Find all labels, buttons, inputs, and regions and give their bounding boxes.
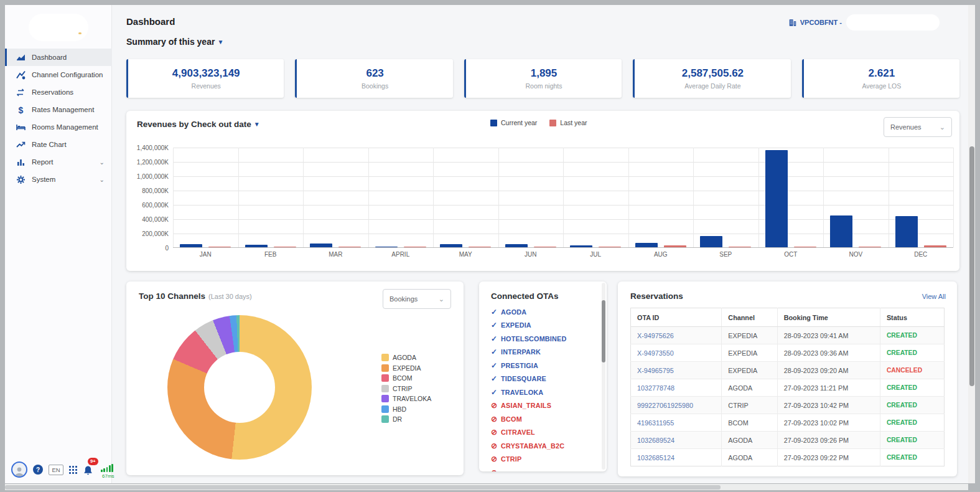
column-header-status[interactable]: Status xyxy=(880,308,944,327)
cell-ota-id[interactable]: X-94973550 xyxy=(631,344,722,362)
table-row[interactable]: 1032689524AGODA27-09-2023 09:26 PMCREATE… xyxy=(631,432,945,449)
otas-list: ✓AGODA✓EXPEDIA✓HOTELSCOMBINED✓INTERPARK✓… xyxy=(491,308,597,471)
ota-item-interpark[interactable]: ✓INTERPARK xyxy=(491,348,597,356)
vertical-scrollbar[interactable] xyxy=(968,5,975,483)
sidebar-item-dashboard[interactable]: Dashboard xyxy=(5,49,112,66)
table-row[interactable]: X-94975626EXPEDIA28-09-2023 09:41 AMCREA… xyxy=(631,327,945,344)
vertical-scrollbar-thumb[interactable] xyxy=(969,146,974,386)
bar-last-year xyxy=(469,247,491,248)
language-selector[interactable]: EN xyxy=(49,465,63,475)
ota-item-agoda[interactable]: ✓AGODA xyxy=(491,308,597,316)
donut-legend-item-expedia: EXPEDIA xyxy=(381,364,431,372)
notification-badge: 9+ xyxy=(88,458,98,465)
user-avatar[interactable] xyxy=(11,461,27,478)
bar-last-year xyxy=(338,247,361,248)
ota-item-expedia[interactable]: ✓EXPEDIA xyxy=(491,321,597,329)
horizontal-scrollbar[interactable] xyxy=(5,484,968,490)
sidebar-item-rooms-management[interactable]: Rooms Management xyxy=(5,118,112,136)
bar-chart-icon xyxy=(16,157,26,167)
chevron-down-icon: ⌄ xyxy=(439,295,444,303)
ota-item-prestigia[interactable]: ✓PRESTIGIA xyxy=(491,361,597,369)
sidebar-item-reservations[interactable]: Reservations xyxy=(5,83,112,101)
column-header-channel[interactable]: Channel xyxy=(722,308,777,327)
ota-item-hotelscombined[interactable]: ✓HOTELSCOMBINED xyxy=(491,334,597,343)
revenue-chart-title[interactable]: Revenues by Check out date▼ xyxy=(137,120,260,129)
column-header-booking-time[interactable]: Booking Time xyxy=(777,308,880,327)
cell-ota-id[interactable]: 4196311955 xyxy=(631,414,722,432)
sidebar-item-label: Report xyxy=(32,158,54,166)
period-selector[interactable]: Summary of this year▼ xyxy=(126,37,223,47)
caret-down-icon: ▼ xyxy=(217,39,223,45)
cell-ota-id[interactable]: X-94975626 xyxy=(631,327,722,344)
blocked-icon: ⊘ xyxy=(491,402,497,409)
y-axis-tick: 600,000K xyxy=(142,202,169,209)
channels-metric-select[interactable]: Bookings ⌄ xyxy=(383,289,451,309)
blocked-icon: ⊘ xyxy=(491,415,497,423)
person-icon xyxy=(14,465,25,476)
cell-booking-time: 27-09-2023 11:21 PM xyxy=(777,379,880,397)
sidebar-item-channel-configuration[interactable]: Channel Configuration xyxy=(5,66,112,83)
app-window: DashboardChannel ConfigurationReservatio… xyxy=(5,5,968,483)
kpi-card-average-daily-rate: 2,587,505.62Average Daily Rate xyxy=(633,59,790,98)
metric-select[interactable]: Revenues ⌄ xyxy=(884,117,952,137)
main-content: Dashboard VPCOBFNT - Summary of this yea… xyxy=(112,5,968,483)
bar-current-year xyxy=(765,150,788,247)
legend-label: Last year xyxy=(560,119,587,126)
reservations-table: OTA IDChannelBooking TimeStatus X-949756… xyxy=(630,308,945,466)
bar-group-nov xyxy=(823,148,889,247)
ota-item-ctrip[interactable]: ⊘CTRIP xyxy=(491,455,597,463)
sidebar-menu: DashboardChannel ConfigurationReservatio… xyxy=(5,49,112,188)
ota-item-tidesquare[interactable]: ✓TIDESQUARE xyxy=(491,375,597,383)
reservations-card: Reservations View All OTA IDChannelBooki… xyxy=(618,281,957,476)
cell-ota-id[interactable]: 1032685124 xyxy=(631,449,722,466)
page-title: Dashboard xyxy=(126,16,175,27)
bar-current-year xyxy=(505,244,528,247)
apps-grid-icon[interactable] xyxy=(69,466,77,474)
legend-label: TRAVELOKA xyxy=(393,395,431,402)
cell-ota-id[interactable]: 999227061925980 xyxy=(631,397,722,414)
ota-item-bcom[interactable]: ⊘BCOM xyxy=(491,415,597,423)
ota-item-crystabaya_b2c[interactable]: ⊘CRYSTABAYA_B2C xyxy=(491,442,597,450)
ota-item-traveloka[interactable]: ✓TRAVELOKA xyxy=(491,388,597,396)
bar-group-jan xyxy=(173,148,238,247)
ota-label: EXPEDIA xyxy=(501,321,531,329)
cell-ota-id[interactable]: X-94965795 xyxy=(631,362,722,379)
reservations-table-head: OTA IDChannelBooking TimeStatus xyxy=(631,308,945,327)
bar-group-feb xyxy=(238,148,304,247)
horizontal-scrollbar-thumb[interactable] xyxy=(5,485,721,490)
view-all-link[interactable]: View All xyxy=(922,293,946,300)
column-header-ota-id[interactable]: OTA ID xyxy=(631,308,722,327)
gridline xyxy=(953,148,954,247)
ota-item-partial[interactable]: ⊘ xyxy=(491,468,597,471)
ota-item-asian_trails[interactable]: ⊘ASIAN_TRAILS xyxy=(491,402,597,410)
otas-scrollbar-thumb[interactable] xyxy=(602,300,605,362)
table-row[interactable]: 999227061925980CTRIP27-09-2023 10:42 PMC… xyxy=(631,397,945,414)
otas-scrollbar[interactable] xyxy=(602,283,605,470)
property-selector[interactable]: VPCOBFNT - xyxy=(788,14,940,31)
table-row[interactable]: X-94973550EXPEDIA28-09-2023 09:36 AMCREA… xyxy=(631,344,945,362)
blocked-icon: ⊘ xyxy=(491,442,497,450)
reservations-table-body: X-94975626EXPEDIA28-09-2023 09:41 AMCREA… xyxy=(631,327,945,466)
notifications-bell[interactable]: 9+ xyxy=(83,462,95,477)
ota-item-citravel[interactable]: ⊘CITRAVEL xyxy=(491,428,597,437)
cell-status: CREATED xyxy=(880,449,944,466)
chevron-down-icon: ⌄ xyxy=(100,159,105,166)
kpi-label: Average LOS xyxy=(862,82,901,90)
sidebar-item-rate-chart[interactable]: Rate Chart xyxy=(5,136,112,153)
table-row[interactable]: 1032685124AGODA27-09-2023 09:22 PMCREATE… xyxy=(631,449,945,466)
table-row[interactable]: 1032778748AGODA27-09-2023 11:21 PMCREATE… xyxy=(631,379,945,397)
table-row[interactable]: 4196311955BCOM27-09-2023 10:02 PMCREATED xyxy=(631,414,945,432)
sidebar-item-system[interactable]: System⌄ xyxy=(5,171,112,188)
cell-ota-id[interactable]: 1032778748 xyxy=(631,379,722,397)
y-axis-tick: 400,000K xyxy=(142,216,169,223)
help-icon[interactable]: ? xyxy=(33,465,43,475)
legend-label: BCOM xyxy=(393,374,413,382)
cell-status: CREATED xyxy=(880,327,944,344)
cell-ota-id[interactable]: 1032689524 xyxy=(631,432,722,449)
ota-label: AGODA xyxy=(501,308,526,316)
bar-last-year xyxy=(599,247,621,248)
reservations-title: Reservations xyxy=(630,291,683,301)
sidebar-item-rates-management[interactable]: $Rates Management xyxy=(5,101,112,118)
table-row[interactable]: X-94965795EXPEDIA28-09-2023 09:20 AMCANC… xyxy=(631,362,945,379)
sidebar-item-report[interactable]: Report⌄ xyxy=(5,153,112,171)
